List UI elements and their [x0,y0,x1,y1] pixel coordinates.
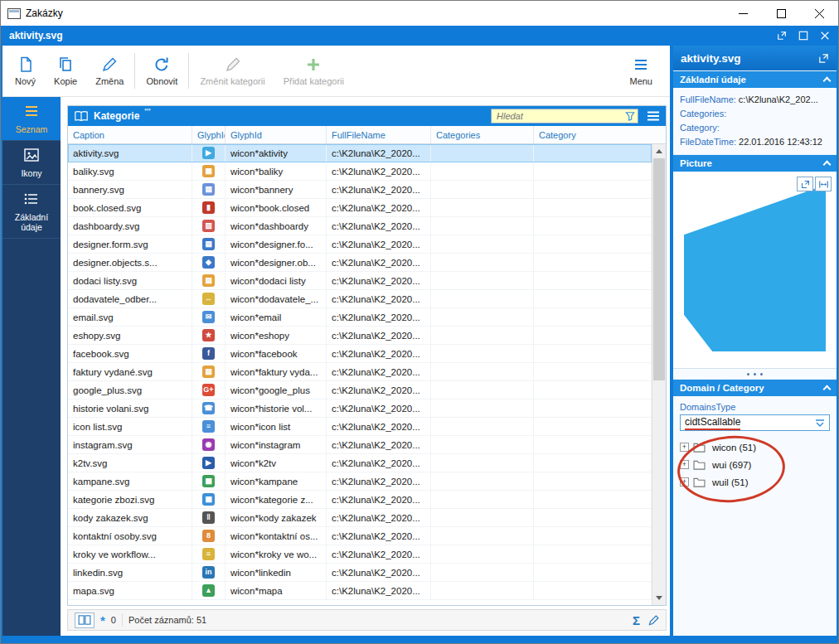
cell-caption[interactable]: kody zakazek.svg [68,509,192,526]
section-header-picture[interactable]: Picture [673,154,837,172]
cell-category[interactable] [534,491,652,508]
cell-category[interactable] [534,454,652,472]
cell-caption[interactable]: mapa.svg [68,582,192,599]
cell-glyph-icon[interactable]: in [192,564,226,581]
cell-glyph-id[interactable]: wicon*linkedin [226,564,327,581]
cell-full-file-name[interactable]: c:\K2luna\K2_2020... [327,199,431,216]
cell-category[interactable] [534,272,652,289]
tree-expander-icon[interactable]: + [680,477,689,487]
cell-glyph-id[interactable]: wicon*k2tv [226,454,327,472]
table-row[interactable]: designer.form.svg▤wicon*designer.fo...c:… [68,235,652,254]
cell-caption[interactable]: kroky ve workflow... [68,545,192,563]
cell-categories[interactable] [431,472,534,490]
cell-category[interactable] [534,582,652,599]
chevron-up-icon[interactable] [823,77,832,85]
cell-categories[interactable] [431,345,534,362]
cell-category[interactable] [534,564,652,581]
table-row[interactable]: baliky.svg▦wicon*balikyc:\K2luna\K2_2020… [68,162,652,181]
cell-full-file-name[interactable]: c:\K2luna\K2_2020... [327,181,431,198]
cell-caption[interactable]: kampane.svg [68,472,192,490]
cell-glyph-id[interactable]: wicon*instagram [226,436,327,453]
cell-full-file-name[interactable]: c:\K2luna\K2_2020... [327,491,431,508]
cell-caption[interactable]: dodavatele_odber... [68,290,192,307]
filter-funnel-icon[interactable] [625,111,635,121]
cell-glyph-icon[interactable]: ▤ [192,272,226,289]
cell-glyph-id[interactable]: wicon*eshopy [226,327,327,344]
tree-expander-icon[interactable]: + [680,443,689,452]
cell-glyph-icon[interactable]: ▦ [192,472,226,490]
cell-full-file-name[interactable]: c:\K2luna\K2_2020... [327,399,431,417]
cell-glyph-icon[interactable]: ▤ [192,181,226,198]
maximize-button[interactable] [762,1,800,26]
cell-glyph-id[interactable]: wicon*kody zakazek [226,509,327,526]
cell-full-file-name[interactable]: c:\K2luna\K2_2020... [327,582,431,599]
cell-glyph-icon[interactable]: ≡ [192,545,226,563]
tree-item-wui[interactable]: +wui (697) [680,456,830,473]
cell-glyph-id[interactable]: wicon*dodaci listy [226,272,327,289]
tree-item-wuil[interactable]: +wuil (51) [680,473,830,491]
cell-category[interactable] [534,363,652,380]
cell-caption[interactable]: kategorie zbozi.svg [68,491,192,508]
cell-full-file-name[interactable]: c:\K2luna\K2_2020... [327,272,431,289]
cell-full-file-name[interactable]: c:\K2luna\K2_2020... [327,564,431,581]
toolbar-button-kopie[interactable]: Kopie [45,48,86,94]
column-header-5[interactable]: Category [534,126,652,143]
sum-sigma-icon[interactable]: Σ [633,613,640,627]
vertical-scrollbar[interactable] [652,144,666,605]
cell-glyph-id[interactable]: wicon*historie vol... [226,399,327,417]
cell-categories[interactable] [431,418,534,435]
table-row[interactable]: linkedin.svginwicon*linkedinc:\K2luna\K2… [68,564,652,582]
tree-item-wicon[interactable]: +wicon (51) [680,438,830,456]
chevron-up-icon[interactable] [823,385,832,394]
close-button[interactable] [800,1,838,26]
cell-glyph-icon[interactable]: ▦ [192,162,226,180]
cell-categories[interactable] [431,254,534,271]
scrollbar-thumb[interactable] [653,158,665,380]
cell-glyph-id[interactable]: wicon*bannery [226,181,327,198]
cell-glyph-icon[interactable]: ◉ [192,436,226,453]
cell-glyph-id[interactable]: wicon*mapa [226,582,327,599]
cell-glyph-id[interactable]: wicon*baliky [226,162,327,180]
fit-width-icon[interactable] [815,177,832,191]
cell-categories[interactable] [431,217,534,235]
cell-categories[interactable] [431,582,534,599]
cell-category[interactable] [534,162,652,180]
cell-full-file-name[interactable]: c:\K2luna\K2_2020... [327,381,431,399]
table-row[interactable]: email.svg✉wicon*emailc:\K2luna\K2_2020..… [68,308,652,327]
cell-categories[interactable] [431,399,534,417]
cell-categories[interactable] [431,308,534,326]
cell-category[interactable] [534,436,652,453]
toolbar-button-pridat-kategorii[interactable]: Přidat kategorii [274,48,353,94]
domains-type-select[interactable]: cidtScallable [680,414,830,431]
cell-full-file-name[interactable]: c:\K2luna\K2_2020... [327,254,431,271]
cell-glyph-icon[interactable]: ▦ [192,491,226,508]
table-row[interactable]: book.closed.svg▮wicon*book.closedc:\K2lu… [68,199,652,217]
cell-glyph-icon[interactable]: ▥ [192,217,226,235]
cell-caption[interactable]: baliky.svg [68,162,192,180]
cell-categories[interactable] [431,235,534,253]
table-row[interactable]: aktivity.svg▶wicon*aktivityc:\K2luna\K2_… [68,144,652,162]
column-header-1[interactable]: GlyphId [192,126,226,143]
cell-categories[interactable] [431,545,534,563]
cell-category[interactable] [534,235,652,253]
popout-icon[interactable] [818,53,829,64]
child-close-icon[interactable] [820,31,830,41]
cell-categories[interactable] [431,527,534,545]
cell-glyph-icon[interactable]: ▶ [192,454,226,472]
cell-full-file-name[interactable]: c:\K2luna\K2_2020... [327,454,431,472]
scrollbar-track[interactable] [652,158,666,591]
cell-full-file-name[interactable]: c:\K2luna\K2_2020... [327,144,431,162]
cell-categories[interactable] [431,144,534,162]
table-row[interactable]: dashboardy.svg▥wicon*dashboardyc:\K2luna… [68,217,652,235]
cell-glyph-id[interactable]: wicon*designer.fo... [226,235,327,253]
cell-categories[interactable] [431,454,534,472]
cell-categories[interactable] [431,436,534,453]
sidebar-item-zakladni-udaje[interactable]: Základní údaje [2,185,61,239]
cell-category[interactable] [534,509,652,526]
layout-columns-icon[interactable] [75,613,95,628]
cell-category[interactable] [534,327,652,344]
tree-expander-icon[interactable]: + [680,460,689,469]
cell-categories[interactable] [431,564,534,581]
cell-categories[interactable] [431,363,534,380]
cell-full-file-name[interactable]: c:\K2luna\K2_2020... [327,472,431,490]
